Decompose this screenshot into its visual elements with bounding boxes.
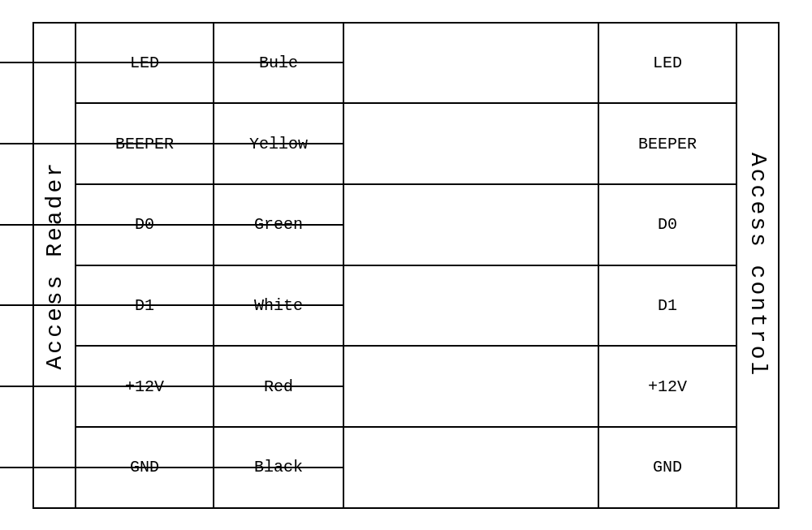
right-pin-d1: D1 bbox=[599, 266, 736, 347]
wire-yellow: Yellow bbox=[214, 104, 343, 185]
right-pin-gnd: GND bbox=[599, 428, 736, 507]
left-pin-d0: D0 bbox=[76, 185, 213, 266]
right-pin-led: LED bbox=[599, 24, 736, 105]
wire-route-5 bbox=[344, 347, 598, 428]
wire-green: Green bbox=[214, 185, 343, 266]
left-pin-d1: D1 bbox=[76, 266, 213, 347]
wire-red: Red bbox=[214, 347, 343, 428]
wire-black: Black bbox=[214, 428, 343, 507]
left-pins-panel: LED BEEPER D0 D1 +12V GND bbox=[76, 24, 214, 507]
left-pin-led: LED bbox=[76, 24, 213, 105]
wire-colors-panel: Bule Yellow Green White Red Black bbox=[214, 24, 344, 507]
access-reader-label: Access Reader bbox=[42, 161, 67, 369]
right-side-label: Access control bbox=[736, 24, 778, 507]
wire-route-2 bbox=[344, 104, 598, 185]
right-pins-panel: LED BEEPER D0 D1 +12V GND bbox=[598, 24, 736, 507]
wire-route-1 bbox=[344, 24, 598, 105]
wiring-diagram: Access Reader LED BEEPER D0 D1 +12V GND … bbox=[32, 22, 780, 509]
wire-route-6 bbox=[344, 428, 598, 507]
right-pin-beeper: BEEPER bbox=[599, 104, 736, 185]
left-pin-beeper: BEEPER bbox=[76, 104, 213, 185]
wire-route-4 bbox=[344, 266, 598, 347]
right-pin-d0: D0 bbox=[599, 185, 736, 266]
left-side-label: Access Reader bbox=[34, 24, 76, 507]
wire-bule: Bule bbox=[214, 24, 343, 105]
wire-route-3 bbox=[344, 185, 598, 266]
left-pin-gnd: GND bbox=[76, 428, 213, 507]
right-pin-12v: +12V bbox=[599, 347, 736, 428]
wire-routing-area bbox=[344, 24, 598, 507]
wire-white: White bbox=[214, 266, 343, 347]
left-pin-12v: +12V bbox=[76, 347, 213, 428]
access-control-label: Access control bbox=[745, 153, 771, 377]
